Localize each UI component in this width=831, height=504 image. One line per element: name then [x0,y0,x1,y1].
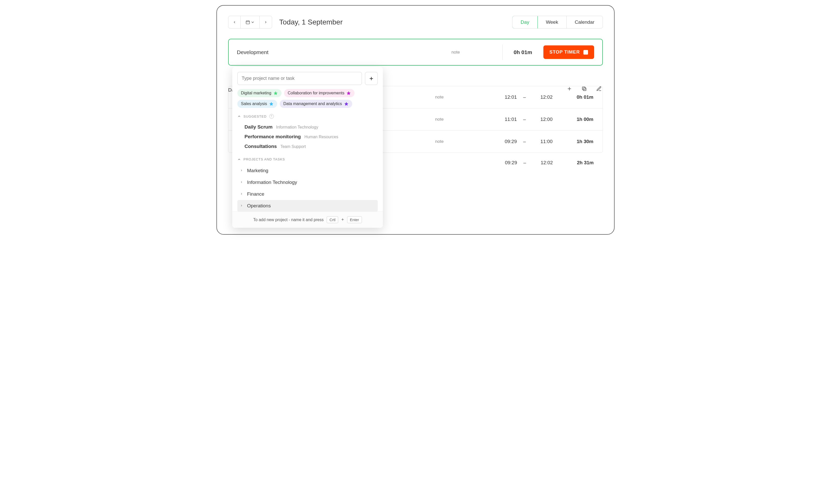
popup-scroll-body[interactable]: Digital marketingCollaboration for impro… [232,89,383,211]
stop-timer-button[interactable]: STOP TIMER [543,46,594,59]
total-start: 09:29 [497,160,517,166]
project-picker-popup: Digital marketingCollaboration for impro… [232,67,383,228]
entry-duration: 1h 30m [552,139,593,144]
star-icon [344,101,349,106]
date-picker-button[interactable] [241,16,260,28]
suggested-category: Human Resources [305,135,338,139]
entry-note: note [435,117,496,122]
svg-marker-12 [269,102,273,106]
time-separator: – [517,117,532,122]
entry-start: 11:01 [496,117,517,122]
svg-marker-13 [344,102,348,106]
favorite-tag[interactable]: Data management and analytics [280,100,352,108]
chevron-up-icon [237,115,241,118]
view-switcher: Day Week Calendar [512,16,603,29]
kbd-enter: Enter [347,216,362,223]
prev-day-button[interactable] [228,16,241,28]
project-name: Marketing [247,168,268,173]
star-icon [346,91,351,95]
page-title: Today, 1 September [279,18,343,26]
timer-task-name[interactable]: Development [237,49,452,55]
popup-footer: To add new project - name it and press C… [232,211,383,228]
plus-icon [567,86,572,92]
view-calendar-tab[interactable]: Calendar [567,16,603,28]
entry-end: 12:02 [532,94,552,100]
entry-note: note [435,95,496,100]
kbd-plus: + [341,217,344,223]
suggested-label: Suggested [243,115,267,118]
suggested-name: Consultations [245,144,277,149]
view-week-tab[interactable]: Week [538,16,567,28]
suggested-item[interactable]: Daily Scrum Information Technology [245,122,378,132]
plus-icon [369,76,374,81]
svg-marker-10 [274,91,278,95]
favorite-tag[interactable]: Digital marketing [237,89,282,97]
chevron-right-icon [240,204,243,208]
stop-timer-label: STOP TIMER [549,50,580,55]
chevron-down-icon [251,20,255,24]
help-icon[interactable]: ? [269,114,274,119]
favorite-tag[interactable]: Collaboration for improvements [284,89,354,97]
chevron-up-icon [237,158,241,161]
project-name: Operations [247,203,271,209]
copy-day-button[interactable] [581,86,587,92]
favorite-tag[interactable]: Sales analysis [237,100,277,108]
suggested-list: Daily Scrum Information Technology Perfo… [237,122,378,151]
timer-duration: 0h 01m [503,49,543,55]
total-duration: 2h 31m [553,160,594,166]
svg-rect-0 [246,21,250,24]
app-window: Today, 1 September Day Week Calendar Dev… [217,5,614,235]
svg-marker-11 [347,91,351,95]
tag-label: Digital marketing [241,91,271,95]
tag-label: Sales analysis [241,101,267,106]
entry-end: 11:00 [532,139,552,144]
tag-label: Collaboration for improvements [288,91,344,95]
project-item[interactable]: Finance [237,188,378,200]
edit-day-button[interactable] [596,86,602,92]
chevron-right-icon [240,180,243,185]
total-end: 12:02 [533,160,553,166]
svg-rect-6 [583,88,586,91]
svg-rect-7 [582,87,585,90]
add-entry-button[interactable] [567,86,572,92]
header: Today, 1 September Day Week Calendar [228,16,603,29]
project-search-input[interactable] [237,72,362,85]
star-icon [269,101,274,106]
timer-note[interactable]: note [452,50,503,55]
chevron-right-icon [264,21,267,24]
suggested-category: Information Technology [276,125,318,129]
project-name: Information Technology [247,180,297,185]
favorite-tags: Digital marketingCollaboration for impro… [237,89,378,108]
view-day-tab[interactable]: Day [512,16,538,29]
suggested-name: Daily Scrum [245,124,273,130]
chevron-right-icon [240,192,243,197]
time-separator: – [517,139,532,144]
project-item[interactable]: Information Technology [237,177,378,188]
next-day-button[interactable] [260,16,272,28]
suggested-item[interactable]: Consultations Team Support [245,142,378,151]
time-separator: – [517,160,533,166]
copy-icon [581,86,587,92]
projects-label: Projects and Tasks [243,157,285,161]
kbd-ctrl: Crtl [327,216,338,223]
project-item[interactable]: Marketing [237,165,378,177]
suggested-header[interactable]: Suggested ? [237,114,378,119]
project-item[interactable]: Operations [237,200,378,211]
active-timer: Development note 0h 01m STOP TIMER [228,39,603,65]
chevron-left-icon [233,21,236,24]
project-name: Finance [247,191,264,197]
projects-list: MarketingInformation TechnologyFinanceOp… [237,165,378,211]
calendar-icon [246,20,250,25]
add-project-button[interactable] [365,72,378,85]
footer-hint-text: To add new project - name it and press [253,217,324,222]
star-icon [273,91,278,95]
entry-end: 12:00 [532,117,552,122]
suggested-item[interactable]: Performance monitoring Human Resources [245,132,378,142]
entry-duration: 0h 01m [552,94,593,100]
entry-start: 12:01 [496,94,517,100]
edit-icon [596,86,602,92]
date-navigation [228,16,272,29]
entry-note: note [435,139,496,144]
suggested-category: Team Support [281,144,306,149]
projects-header[interactable]: Projects and Tasks [237,157,378,161]
